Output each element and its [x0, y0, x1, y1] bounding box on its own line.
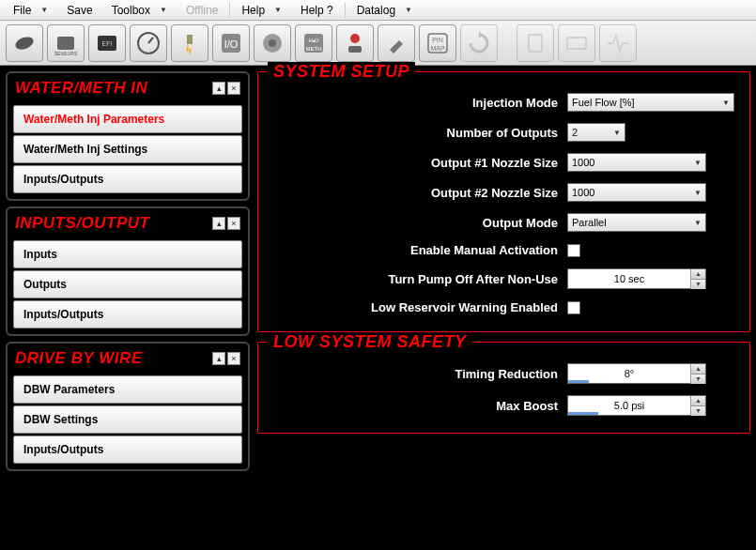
group-title: LOW SYSTEM SAFETY	[268, 332, 472, 352]
svg-text:SENSORS: SENSORS	[54, 51, 78, 56]
label-output-mode: Output Mode	[483, 216, 558, 230]
panel-water-meth: WATER/METH IN ▴ × Water/Meth Inj Paramet…	[6, 71, 250, 201]
tool-h2o-meth-icon[interactable]: H₂OMETH	[295, 24, 332, 62]
svg-text:EFI: EFI	[102, 40, 113, 47]
panel-title: DRIVE BY WIRE	[15, 349, 143, 368]
label-nozzle1: Output #1 Nozzle Size	[431, 156, 558, 170]
nav-dbw-io[interactable]: Inputs/Outputs	[13, 435, 242, 464]
group-title: SYSTEM SETUP	[268, 62, 415, 82]
svg-text:I/O: I/O	[224, 38, 239, 50]
menu-help-q[interactable]: Help ?	[291, 2, 343, 19]
tool-efi-icon[interactable]: EFI	[88, 24, 126, 62]
panel-title: WATER/METH IN	[15, 79, 147, 98]
spinner-down-icon[interactable]: ▼	[690, 280, 705, 289]
tool-dash-icon	[558, 24, 595, 62]
tool-gauge-icon[interactable]	[130, 24, 167, 62]
tool-sensors-icon[interactable]	[6, 24, 43, 62]
label-enable-manual: Enable Manual Activation	[410, 243, 558, 257]
tool-io-icon[interactable]: I/O	[212, 24, 250, 62]
group-low-safety: LOW SYSTEM SAFETY Timing Reduction 8° ▲▼…	[257, 342, 750, 434]
label-low-reservoir: Low Reservoir Warning Enabled	[371, 300, 558, 314]
tool-pulse-icon	[599, 24, 637, 62]
content: SYSTEM SETUP Injection Mode Fuel Flow [%…	[257, 71, 750, 544]
panel-collapse-icon[interactable]: ▴	[212, 82, 225, 95]
menu-save[interactable]: Save	[57, 2, 101, 19]
tool-pinmap-icon[interactable]: PINMAP	[419, 24, 456, 62]
spinner-max-boost[interactable]: 5.0 psi ▲▼	[567, 395, 706, 416]
select-num-outputs[interactable]: 2	[567, 123, 625, 142]
label-pump-off: Turn Pump Off After Non-Use	[388, 272, 558, 286]
svg-rect-21	[567, 38, 586, 49]
svg-rect-20	[529, 35, 542, 52]
select-output-mode[interactable]: Parallel	[567, 213, 706, 232]
svg-rect-1	[57, 37, 74, 50]
label-injection-mode: Injection Mode	[472, 96, 558, 110]
spinner-timing[interactable]: 8° ▲▼	[567, 363, 706, 384]
sidebar: WATER/METH IN ▴ × Water/Meth Inj Paramet…	[6, 71, 250, 544]
svg-point-15	[350, 34, 360, 43]
menu-datalog[interactable]: Datalog▼	[347, 2, 422, 19]
nav-dbw-settings[interactable]: DBW Settings	[13, 405, 242, 434]
label-nozzle2: Output #2 Nozzle Size	[431, 186, 558, 200]
svg-text:H₂O: H₂O	[309, 38, 319, 43]
menu-toolbox[interactable]: Toolbox▼	[102, 2, 177, 19]
tool-sync-icon[interactable]	[460, 24, 498, 62]
svg-line-6	[148, 38, 153, 43]
panel-close-icon[interactable]: ×	[227, 82, 240, 95]
nav-io[interactable]: Inputs/Outputs	[13, 300, 242, 328]
tool-clipboard-icon	[517, 24, 554, 62]
menu-help[interactable]: Help▼	[232, 2, 291, 19]
menu-file[interactable]: File▼	[4, 2, 57, 19]
svg-rect-16	[348, 46, 362, 53]
tool-turbo-icon[interactable]	[254, 24, 291, 62]
spinner-up-icon[interactable]: ▲	[690, 269, 705, 280]
tool-spark-icon[interactable]	[171, 24, 208, 62]
panel-collapse-icon[interactable]: ▴	[212, 352, 225, 365]
select-injection-mode[interactable]: Fuel Flow [%]	[567, 93, 734, 112]
toolbar: SENSORS EFI I/O H₂OMETH PINMAP	[0, 21, 756, 66]
svg-text:PIN: PIN	[432, 37, 443, 43]
svg-point-0	[14, 34, 36, 51]
svg-point-11	[269, 39, 276, 47]
nav-outputs[interactable]: Outputs	[13, 270, 242, 298]
group-system-setup: SYSTEM SETUP Injection Mode Fuel Flow [%…	[257, 71, 750, 332]
nav-wm-settings[interactable]: Water/Meth Inj Settings	[13, 135, 242, 163]
tool-wrench-icon[interactable]	[378, 24, 415, 62]
main-area: WATER/METH IN ▴ × Water/Meth Inj Paramet…	[0, 66, 756, 550]
nav-inputs[interactable]: Inputs	[13, 240, 242, 268]
svg-text:MAP: MAP	[430, 45, 445, 52]
spinner-up-icon[interactable]: ▲	[690, 364, 705, 374]
menubar: File▼ Save Toolbox▼ Offline Help▼ Help ?…	[0, 0, 756, 21]
nav-wm-parameters[interactable]: Water/Meth Inj Parameters	[13, 105, 242, 133]
svg-text:METH: METH	[306, 46, 322, 52]
panel-collapse-icon[interactable]: ▴	[212, 217, 225, 230]
svg-rect-7	[187, 35, 193, 44]
panel-drive-by-wire: DRIVE BY WIRE ▴ × DBW Parameters DBW Set…	[6, 342, 250, 471]
select-nozzle1[interactable]: 1000	[567, 153, 706, 172]
check-enable-manual[interactable]	[567, 244, 580, 257]
tool-ecu-icon[interactable]: SENSORS	[47, 24, 85, 62]
spinner-up-icon[interactable]: ▲	[690, 396, 705, 406]
menu-offline: Offline	[177, 2, 227, 19]
select-nozzle2[interactable]: 1000	[567, 183, 706, 202]
tool-joystick-icon[interactable]	[336, 24, 374, 62]
label-num-outputs: Number of Outputs	[447, 126, 558, 140]
nav-wm-io[interactable]: Inputs/Outputs	[13, 165, 242, 193]
panel-close-icon[interactable]: ×	[227, 217, 240, 230]
panel-title: INPUTS/OUTPUT	[15, 214, 149, 233]
check-low-reservoir[interactable]	[567, 301, 580, 314]
spinner-pump-off[interactable]: 10 sec ▲▼	[567, 268, 706, 289]
label-max-boost: Max Boost	[496, 399, 558, 413]
panel-inputs-output: INPUTS/OUTPUT ▴ × Inputs Outputs Inputs/…	[6, 206, 250, 336]
panel-close-icon[interactable]: ×	[227, 352, 240, 365]
label-timing: Timing Reduction	[455, 367, 558, 381]
nav-dbw-params[interactable]: DBW Parameters	[13, 375, 242, 404]
spinner-down-icon[interactable]: ▼	[690, 406, 705, 416]
spinner-down-icon[interactable]: ▼	[690, 374, 705, 384]
